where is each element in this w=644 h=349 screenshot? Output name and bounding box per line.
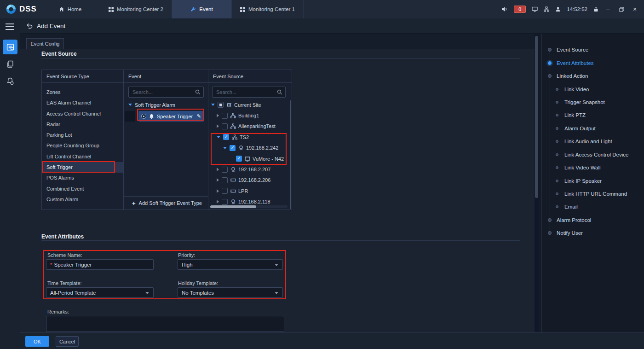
chevron-down-icon[interactable]: [128, 104, 132, 106]
step-alarm-protocol[interactable]: Alarm Protocol: [542, 214, 644, 227]
tab-home[interactable]: Home: [40, 0, 100, 18]
step-dot: [556, 114, 558, 116]
checkbox-checked[interactable]: [236, 156, 242, 162]
event-search-input[interactable]: [129, 89, 195, 95]
checkbox-unchecked[interactable]: [222, 188, 228, 194]
type-item-zones[interactable]: Zones: [42, 87, 123, 98]
type-item-combined-event[interactable]: Combined Event: [42, 184, 123, 194]
tree-node-allenparkingtest[interactable]: AllenparkingTest: [208, 121, 289, 132]
step-link-ptz[interactable]: Link PTZ: [542, 109, 644, 122]
chevron-right-icon[interactable]: [217, 114, 219, 117]
step-email[interactable]: Email: [542, 200, 644, 213]
chevron-right-icon[interactable]: [217, 178, 219, 182]
restore-button[interactable]: [618, 7, 625, 12]
step-link-video[interactable]: Link Video: [542, 82, 644, 95]
checkbox-unchecked[interactable]: [222, 177, 228, 183]
scrollbar-thumb[interactable]: [535, 36, 538, 198]
ok-button[interactable]: OK: [25, 336, 49, 347]
tree-node-192-168-2-207[interactable]: 192.168.2.207: [208, 164, 289, 174]
edit-pencil-icon[interactable]: ✎: [197, 113, 201, 119]
tree-node-192-168-2-242[interactable]: 192.168.2.242: [208, 143, 289, 153]
tree-node-192-168-2-206[interactable]: 192.168.2.206: [208, 175, 289, 186]
chevron-right-icon[interactable]: [217, 189, 219, 193]
rail-item-records[interactable]: [0, 56, 20, 72]
main-scrollbar[interactable]: [535, 35, 539, 332]
time-template-select[interactable]: All-Period Template: [46, 287, 154, 298]
checkbox-checked[interactable]: [230, 145, 236, 151]
checkbox-indeterminate[interactable]: [218, 102, 224, 108]
type-item-eas-alarm-channel[interactable]: EAS Alarm Channel: [42, 98, 123, 108]
tree-node-ts2[interactable]: TS2: [208, 132, 289, 142]
type-item-pos-alarms[interactable]: POS Alarms: [42, 173, 123, 183]
chevron-down-icon[interactable]: [223, 147, 227, 149]
checkbox-unchecked[interactable]: [222, 113, 228, 119]
back-icon[interactable]: [26, 23, 33, 29]
step-linked-action[interactable]: Linked Action: [542, 70, 644, 82]
close-button[interactable]: ×: [631, 6, 638, 13]
step-link-http-url-command[interactable]: Link HTTP URL Command: [542, 187, 644, 200]
minimize-button[interactable]: –: [604, 6, 612, 13]
chevron-down-icon[interactable]: [211, 104, 215, 106]
rail-item-event-config[interactable]: [0, 39, 20, 55]
lock-icon[interactable]: [593, 6, 598, 12]
step-link-audio-and-light[interactable]: Link Audio and Light: [542, 135, 644, 148]
scrollbar-thumb[interactable]: [210, 205, 256, 208]
user-icon[interactable]: [555, 6, 561, 12]
chevron-right-icon[interactable]: [217, 168, 219, 171]
type-item-soft-trigger[interactable]: Soft Trigger: [42, 162, 123, 173]
tree-node-lpr[interactable]: LPR: [208, 186, 289, 196]
step-link-ip-speaker[interactable]: Link IP Speaker: [542, 174, 644, 187]
checkbox-unchecked[interactable]: [222, 199, 228, 205]
event-scheme-icon: [6, 43, 14, 51]
type-item-lift-control-channel[interactable]: Lift Control Channel: [42, 151, 123, 162]
step-notify-user[interactable]: Notify User: [542, 227, 644, 239]
tree-node-building1[interactable]: Building1: [208, 110, 289, 121]
event-row-speaker-trigger[interactable]: Speaker Trigger ✎: [124, 111, 208, 122]
step-link-access-control-device[interactable]: Link Access Control Device: [542, 148, 644, 161]
event-search[interactable]: [128, 87, 204, 98]
checkbox-checked[interactable]: [223, 134, 229, 140]
tree-horizontal-scrollbar[interactable]: [210, 205, 288, 208]
step-link-video-wall[interactable]: Link Video Wall: [542, 161, 644, 174]
source-search-input[interactable]: [213, 89, 277, 95]
chevron-right-icon[interactable]: [217, 200, 219, 204]
step-event-attributes[interactable]: Event Attributes: [542, 56, 644, 69]
tab-event[interactable]: Event: [172, 0, 232, 18]
cancel-button[interactable]: Cancel: [56, 336, 79, 347]
client-monitor-icon[interactable]: [532, 6, 538, 12]
step-trigger-snapshot[interactable]: Trigger Snapshot: [542, 96, 644, 109]
type-item-radar[interactable]: Radar: [42, 119, 123, 130]
chevron-right-icon[interactable]: [217, 124, 219, 128]
holiday-template-select[interactable]: No Templates: [178, 287, 283, 298]
checkbox-unchecked[interactable]: [222, 167, 228, 173]
tree-vertical-scrollbar[interactable]: [290, 100, 291, 209]
type-item-custom-alarm[interactable]: Custom Alarm: [42, 194, 123, 205]
source-search[interactable]: [212, 87, 286, 98]
priority-select[interactable]: High: [178, 259, 283, 270]
add-soft-trigger-event-type-button[interactable]: + Add Soft Trigger Event Type: [124, 196, 208, 209]
selected-event-chip[interactable]: Speaker Trigger ✎: [138, 111, 204, 122]
network-topology-icon[interactable]: [544, 6, 549, 12]
tab-monitoring-center-1[interactable]: Monitoring Center 1: [232, 0, 304, 18]
step-alarm-output[interactable]: Alarm Output: [542, 122, 644, 135]
chevron-down-icon[interactable]: [217, 136, 220, 138]
section-heading-event-source: Event Source: [41, 51, 77, 57]
rail-item-alarm-config[interactable]: [0, 73, 20, 89]
menu-icon[interactable]: [6, 23, 14, 32]
tab-monitoring-center-2[interactable]: Monitoring Center 2: [100, 0, 172, 18]
radio-selected-icon[interactable]: [141, 114, 146, 119]
speaker-icon[interactable]: [501, 6, 508, 12]
tree-node-current-site[interactable]: Current Site: [208, 99, 289, 110]
alarm-count-badge[interactable]: 0: [514, 6, 526, 13]
remarks-textarea[interactable]: [46, 316, 284, 332]
tree-group-soft-trigger-alarm[interactable]: Soft Trigger Alarm: [124, 99, 208, 110]
tab-event-config[interactable]: Event Config: [26, 38, 64, 49]
step-event-source[interactable]: Event Source: [542, 43, 644, 56]
type-item-parking-lot[interactable]: Parking Lot: [42, 130, 123, 140]
tree-node-vumore-n42[interactable]: VuMore - N42: [208, 153, 289, 164]
checkbox-unchecked[interactable]: [222, 123, 228, 129]
type-item-access-control-channel[interactable]: Access Control Channel: [42, 109, 123, 119]
time-template-label: Time Template:: [47, 280, 82, 286]
type-item-people-counting-group[interactable]: People Counting Group: [42, 140, 123, 151]
scheme-name-input[interactable]: * Speaker Trigger: [46, 259, 154, 270]
